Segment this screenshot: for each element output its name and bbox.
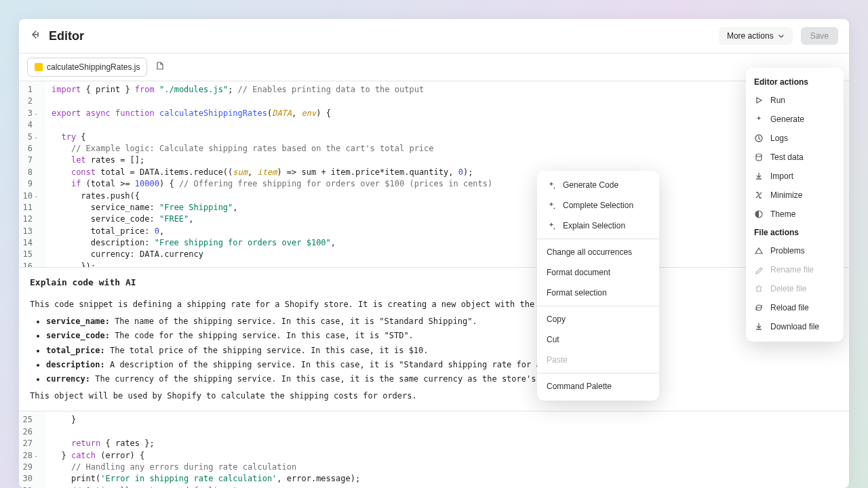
- js-file-icon: [35, 63, 43, 71]
- minimize-action[interactable]: Minimize: [746, 186, 844, 205]
- explain-panel: Explain code with AI This code snippet i…: [19, 267, 849, 411]
- theme-action[interactable]: Theme: [746, 205, 844, 224]
- editor-actions-title: Editor actions: [746, 73, 844, 91]
- svg-point-1: [756, 154, 762, 157]
- explain-title: Explain code with AI: [30, 276, 838, 290]
- save-button[interactable]: Save: [801, 27, 838, 45]
- rename-action: Rename file: [746, 260, 844, 279]
- change-all-item[interactable]: Change all occurrences: [537, 242, 659, 262]
- explain-item: currency: The currency of the shipping s…: [46, 373, 838, 386]
- back-icon[interactable]: [30, 29, 41, 43]
- new-file-icon[interactable]: [153, 58, 167, 76]
- explain-selection-item[interactable]: Explain Selection: [537, 216, 659, 236]
- format-document-item[interactable]: Format document: [537, 262, 659, 283]
- reload-action[interactable]: Reload file: [746, 298, 844, 317]
- explain-item: total_price: The total price of the ship…: [46, 344, 838, 357]
- context-menu: Generate Code Complete Selection Explain…: [537, 171, 659, 401]
- tab-bar: calculateShippingRates.js: [19, 54, 849, 81]
- actions-panel: Editor actions Run Generate Logs Test da…: [746, 68, 844, 342]
- generate-action[interactable]: Generate: [746, 110, 844, 129]
- explain-item: service_name: The name of the shipping s…: [46, 315, 838, 328]
- download-action[interactable]: Download file: [746, 317, 844, 336]
- logs-action[interactable]: Logs: [746, 129, 844, 148]
- paste-item: Paste: [537, 350, 659, 370]
- command-palette-item[interactable]: Command Palette: [537, 376, 659, 396]
- test-data-action[interactable]: Test data: [746, 148, 844, 167]
- code-editor-top[interactable]: 1 2 3-4 5-6 7 8 9 10-11 12 13 14 15 16 1…: [19, 81, 849, 267]
- problems-action[interactable]: Problems: [746, 241, 844, 260]
- page-title: Editor: [49, 29, 711, 43]
- explain-item: description: A description of the shippi…: [46, 359, 838, 371]
- tab-filename: calculateShippingRates.js: [47, 62, 140, 72]
- explain-list: service_name: The name of the shipping s…: [46, 315, 838, 386]
- cut-item[interactable]: Cut: [537, 329, 659, 350]
- header: Editor More actions Save: [19, 19, 849, 54]
- more-actions-button[interactable]: More actions: [719, 27, 793, 45]
- explain-item: service_code: The code for the shipping …: [46, 329, 838, 342]
- chevron-down-icon: [778, 33, 785, 39]
- explain-intro: This code snippet is defining a shipping…: [30, 298, 838, 311]
- delete-action: Delete file: [746, 279, 844, 298]
- code-editor-bottom[interactable]: 25 26 27 28-29 30 31 32-33-34 } return {…: [19, 411, 849, 488]
- import-action[interactable]: Import: [746, 167, 844, 186]
- file-tab[interactable]: calculateShippingRates.js: [27, 58, 147, 77]
- editor-container: 1 2 3-4 5-6 7 8 9 10-11 12 13 14 15 16 1…: [19, 81, 849, 488]
- copy-item[interactable]: Copy: [537, 309, 659, 329]
- file-actions-title: File actions: [746, 224, 844, 241]
- editor-window: Editor More actions Save calculateShippi…: [19, 19, 849, 488]
- complete-selection-item[interactable]: Complete Selection: [537, 195, 659, 216]
- format-selection-item[interactable]: Format selection: [537, 283, 659, 303]
- explain-outro: This object will be used by Shopify to c…: [30, 390, 838, 403]
- run-action[interactable]: Run: [746, 91, 844, 110]
- generate-code-item[interactable]: Generate Code: [537, 175, 659, 195]
